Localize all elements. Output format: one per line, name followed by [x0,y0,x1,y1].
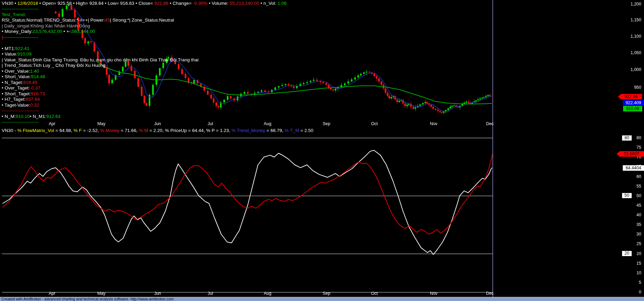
month-label: Sep [323,291,330,296]
indicator-overlay-line: Test_Trend: [2,12,199,18]
text-segment: ------------------------ [2,119,39,124]
value-axis-label: 50 [631,193,641,198]
indicator-overlay-line: • N_Taget:919.45 [2,80,199,86]
indicator-overlay-line: • MT1:922.41 [2,46,199,52]
text-segment: | Strong:*| Zone_Status:Neutral [110,17,174,23]
text-segment: 563,344.00 [72,29,95,34]
bottom-month-axis: AprMayJunJulAugSepOctNovDec [0,291,644,296]
text-segment: 45 [105,17,110,23]
month-label: Jun [154,291,161,296]
text-segment: = 64.98, [54,128,74,133]
text-segment: 1.40 [30,69,39,74]
indicator-overlay-line: • Over_Value:1.40 [2,69,199,74]
text-segment: 937.64 [26,97,40,102]
text-segment: • Over_Taget: [2,85,30,91]
price-axis-label: 1,100 [621,34,641,39]
text-segment: • Money_Daily: [2,29,33,34]
value-axis-boxed-label: 20 [622,251,632,256]
text-segment: % FlowMatrix_Vol [17,128,54,133]
value-axis-label: 10 [631,270,641,275]
text-segment: -0.37 [30,85,40,91]
month-label: Oct [371,121,377,126]
text-segment: 0.32 [30,103,39,108]
text-segment: VN30 [2,1,13,6]
text-segment: ------------------------ [2,6,39,11]
text-segment: • N_M1: [30,114,46,119]
indicator-overlay-line: • Over_Taget:-0.37 [2,85,199,91]
bottom-panel-title: VN30 - % FlowMatrix_Vol = 64.98, % F = -… [2,128,313,133]
text-segment: -0.30% [193,1,208,6]
month-label: Nov [430,121,437,126]
text-segment: % Money [100,128,119,133]
indicator-overlay-line: ------------------------ [2,108,199,114]
month-label: Jul [208,291,213,296]
text-segment: • MT1: [2,46,15,51]
indicator-overlay-line: | Daily_singal:Không Xác Nhân Hành Đông [2,23,199,29]
top-chart-title: VN30 • 12/6/2018 • Open= 925.58 • High= … [2,1,287,6]
indicator-overlay-line: | Trend_Status:Tich Luy _ Cho Thay Đôi X… [2,63,199,69]
text-segment: 922.41 [15,46,29,51]
month-label: Aug [264,291,271,296]
indicator-overlay-line: RSI_Status:Normal| TREND_Status:*-#++| P… [2,17,199,23]
text-segment: VN30 - [2,128,17,133]
value-axis-label: 35 [631,222,641,227]
text-segment: • Value: [2,51,17,57]
indicator-overlay-line: • Money_Daily:23,576,432.00 • +-:563,344… [2,29,199,35]
price-axis-label: 1,050 [621,50,641,55]
text-segment: 23,576,432.00 [33,29,62,34]
indicator-overlay-line: ------------------------ [2,6,199,12]
text-segment: ----------------------- [3,35,38,40]
month-label: Nov [430,291,437,296]
value-axis-label: 75 [631,145,641,150]
indicator-overlay-line: • Short_Taget:916.73 [2,91,199,97]
text-segment: • N_M: [2,114,16,119]
text-segment: 919.45 [23,80,37,85]
text-segment: 914.48 [31,74,45,79]
value-axis-label: 80 [631,135,641,140]
value-axis-label: 15 [631,261,641,266]
value-axis-label: 25 [631,241,641,246]
value-axis-label: 60 [631,174,641,179]
text-segment: 910.10 [16,114,30,119]
text-segment: • N_Taget: [2,80,23,85]
text-segment: • Short_Taget: [2,91,31,96]
indicator-overlay-line: • Taget-Value:0.32 [2,103,199,108]
month-label: Dec [486,121,494,126]
price-marker: 910.09 [623,106,642,111]
text-segment: 916.73 [31,91,45,96]
text-segment: • [13,1,17,6]
price-axis-label: 1,000 [621,67,641,72]
oscillator-value-marker: 64.4404 [623,165,644,171]
text-segment: = 2.50 [299,128,313,133]
text-segment: • n_Vol: [259,1,278,6]
text-segment: RSI_Status:Normal| TREND_Status:*-#++| P… [2,17,105,23]
month-label: Sep [323,121,330,126]
text-segment: 912.63 [46,114,60,119]
text-segment: • Over_Value: [2,69,30,74]
text-segment: % PriceUp = 64.44, % P = 1.23, [165,128,232,133]
text-segment: • Open= 925.58 • High= 928.64 • Low= 916… [38,1,154,6]
indicator-overlay-line: • Short_Value:914.48 [2,74,199,80]
value-axis-boxed-label: 80 [622,135,632,141]
text-segment: • H7_Taget: [2,97,26,102]
month-label: Oct [371,291,377,296]
text-segment: | Trend_Status:Tich Luy _ Cho Thay Đôi X… [2,63,106,68]
indicator-overlay-block: ------------------------Test_Trend:RSI_S… [2,6,199,125]
indicator-overlay-line: • H7_Taget:937.64 [2,97,199,103]
indicator-overlay-line: |----------------------- [2,35,199,40]
month-label: Aug [264,121,271,126]
value-axis-label: 55 [631,184,641,189]
text-segment: 12/6/2018 [17,1,38,6]
value-axis-label: 20 [631,251,641,256]
month-label: May [97,291,106,296]
month-label: Dec [486,291,494,296]
value-axis-label: 30 [631,232,641,237]
price-axis-label: 1,150 [621,17,641,22]
month-label: Apr [49,291,55,296]
text-segment: 55,213,240.00 [230,1,259,6]
text-segment: | Daily_singal:Không Xác Nhân Hành Đông [2,23,90,28]
text-segment: • +-: [62,29,72,34]
text-segment: Test_Trend: [2,12,26,17]
price-axis-label: 1,200 [621,2,641,7]
text-segment: ------------------------ [2,108,39,113]
